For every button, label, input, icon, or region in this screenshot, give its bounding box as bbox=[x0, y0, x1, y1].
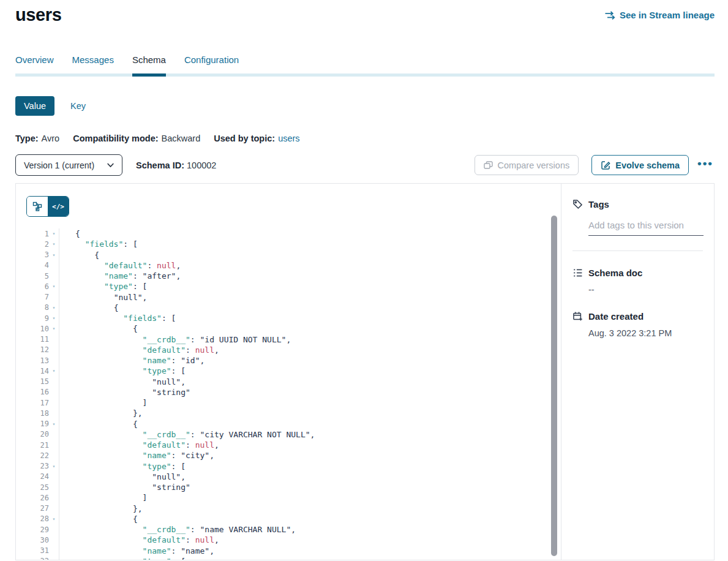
code-line: 26 ] bbox=[26, 492, 561, 503]
code-line: 16 "string" bbox=[26, 387, 561, 397]
compare-versions-label: Compare versions bbox=[498, 160, 570, 170]
code-line: 10▾ { bbox=[26, 323, 561, 334]
meta-label: Used by topic: bbox=[214, 134, 275, 143]
code-line: 22 "name": "city", bbox=[26, 450, 561, 461]
code-line: 6▾ "type": [ bbox=[26, 281, 561, 292]
compare-versions-icon bbox=[484, 161, 493, 169]
collapse-toggle-icon[interactable]: ▾ bbox=[49, 516, 59, 522]
add-tags-input[interactable] bbox=[588, 219, 704, 236]
code-line-content: }, bbox=[59, 504, 143, 513]
code-line-content: "null", bbox=[59, 293, 147, 302]
code-line-content: "default": null, bbox=[59, 440, 219, 450]
tab-messages[interactable]: Messages bbox=[72, 55, 114, 73]
schema-id-value: 100002 bbox=[187, 160, 216, 170]
calendar-plus-icon bbox=[572, 311, 583, 322]
code-line: 27 }, bbox=[26, 503, 561, 514]
collapse-toggle-icon[interactable]: ▾ bbox=[49, 241, 59, 247]
code-line: 19▾ { bbox=[26, 419, 561, 429]
value-tab-button[interactable]: Value bbox=[15, 96, 54, 116]
line-number: 24 bbox=[26, 472, 49, 481]
evolve-schema-button[interactable]: Evolve schema bbox=[591, 155, 689, 175]
tags-section-header: Tags bbox=[572, 199, 703, 209]
line-number: 25 bbox=[26, 483, 49, 492]
stream-lineage-link[interactable]: See in Stream lineage bbox=[604, 10, 715, 20]
line-number: 20 bbox=[26, 430, 49, 439]
line-number: 18 bbox=[26, 409, 49, 418]
line-number: 8 bbox=[26, 303, 49, 312]
meta-value-link[interactable]: users bbox=[278, 134, 299, 143]
code-line-content: ] bbox=[59, 398, 147, 407]
schema-code-panel: </> 1▾{2▾ "fields": [3▾ {4 "default": nu… bbox=[16, 184, 561, 560]
code-line-content: "type": [ bbox=[59, 557, 186, 560]
value-key-toggle: Value Key bbox=[15, 96, 715, 116]
code-line-content: "null", bbox=[59, 472, 186, 481]
collapse-toggle-icon[interactable]: ▾ bbox=[49, 368, 59, 374]
code-line: 3▾ { bbox=[26, 250, 561, 260]
code-line: 5 "name": "after", bbox=[26, 271, 561, 281]
code-line-content: { bbox=[59, 303, 118, 312]
schema-id: Schema ID: 100002 bbox=[136, 160, 216, 170]
line-number: 23 bbox=[26, 462, 49, 470]
collapse-toggle-icon[interactable]: ▾ bbox=[49, 284, 59, 289]
code-line: 15 "null", bbox=[26, 377, 561, 387]
code-line: 12 "default": null, bbox=[26, 345, 561, 355]
line-number: 16 bbox=[26, 388, 49, 396]
line-number: 6 bbox=[26, 282, 49, 291]
code-line-content: { bbox=[59, 229, 80, 238]
code-line-content: { bbox=[59, 420, 138, 429]
line-number: 4 bbox=[26, 261, 49, 269]
compare-versions-button[interactable]: Compare versions bbox=[475, 155, 579, 175]
page-header: users See in Stream lineage bbox=[15, 0, 715, 25]
chevron-down-icon bbox=[107, 163, 114, 168]
code-line-content: "type": [ bbox=[59, 462, 186, 471]
tab-overview[interactable]: Overview bbox=[15, 55, 54, 73]
stream-lineage-icon bbox=[604, 11, 615, 20]
more-options-button[interactable]: ••• bbox=[696, 157, 715, 173]
collapse-toggle-icon[interactable]: ▾ bbox=[49, 421, 59, 427]
date-created-title: Date created bbox=[588, 311, 644, 322]
version-select[interactable]: Version 1 (current) bbox=[15, 154, 122, 176]
code-line-content: "__crdb__": "city VARCHAR NOT NULL", bbox=[59, 430, 315, 439]
code-line-content: { bbox=[59, 250, 99, 260]
schema-panel: </> 1▾{2▾ "fields": [3▾ {4 "default": nu… bbox=[15, 183, 715, 560]
tab-schema[interactable]: Schema bbox=[132, 55, 166, 73]
collapse-toggle-icon[interactable]: ▾ bbox=[49, 315, 59, 321]
schema-sidebar: Tags Schema doc -- bbox=[561, 184, 714, 560]
code-line-content: "name": "id", bbox=[59, 356, 205, 365]
key-tab-button[interactable]: Key bbox=[70, 96, 86, 116]
schema-doc-section: Schema doc -- bbox=[572, 268, 703, 295]
collapse-toggle-icon[interactable]: ▾ bbox=[49, 305, 59, 311]
line-number: 27 bbox=[26, 504, 49, 513]
schema-doc-value: -- bbox=[572, 285, 703, 295]
tab-configuration[interactable]: Configuration bbox=[184, 55, 239, 73]
code-line: 31 "name": "name", bbox=[26, 546, 561, 556]
code-line-content: "fields": [ bbox=[59, 239, 138, 249]
schema-id-label: Schema ID: bbox=[136, 160, 184, 170]
code-line-content: "default": null, bbox=[59, 261, 181, 270]
code-view-button[interactable]: </> bbox=[48, 197, 69, 216]
code-line: 13 "name": "id", bbox=[26, 355, 561, 366]
line-number: 9 bbox=[26, 314, 49, 323]
tree-view-button[interactable] bbox=[27, 197, 48, 216]
evolve-schema-icon bbox=[601, 160, 610, 170]
code-line-content: "type": [ bbox=[59, 282, 147, 291]
collapse-toggle-icon[interactable]: ▾ bbox=[49, 326, 59, 331]
date-created-value: Aug. 3 2022 3:21 PM bbox=[572, 328, 703, 338]
schema-code: 1▾{2▾ "fields": [3▾ {4 "default": null,5… bbox=[26, 228, 561, 560]
meta-item: Type:Avro bbox=[15, 134, 59, 143]
collapse-toggle-icon[interactable]: ▾ bbox=[49, 252, 59, 258]
collapse-toggle-icon[interactable]: ▾ bbox=[49, 231, 59, 236]
line-number: 13 bbox=[26, 356, 49, 365]
code-line: 9▾ "fields": [ bbox=[26, 313, 561, 323]
tab-rail bbox=[15, 73, 715, 77]
code-line: 2▾ "fields": [ bbox=[26, 239, 561, 249]
code-line: 1▾{ bbox=[26, 228, 561, 239]
line-number: 10 bbox=[26, 325, 49, 333]
code-scrollbar[interactable] bbox=[551, 216, 557, 556]
code-line-content: ] bbox=[59, 493, 147, 502]
line-number: 11 bbox=[26, 335, 49, 344]
line-number: 12 bbox=[26, 345, 49, 354]
line-number: 7 bbox=[26, 293, 49, 301]
collapse-toggle-icon[interactable]: ▾ bbox=[49, 559, 59, 560]
collapse-toggle-icon[interactable]: ▾ bbox=[49, 464, 59, 469]
